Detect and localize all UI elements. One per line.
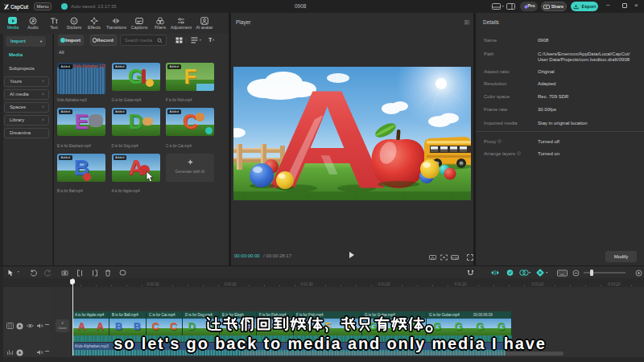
- svg-text:9:16: 9:16: [452, 256, 459, 260]
